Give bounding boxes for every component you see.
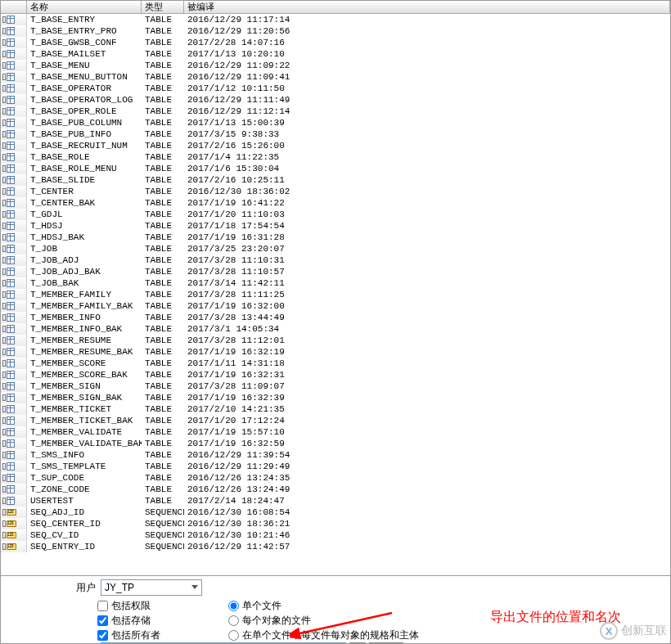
table-row[interactable]: T_MEMBER_VALIDATE_BAKTABLE2017/1/19 16:3…	[1, 438, 670, 449]
table-row[interactable]: T_HDSJ_BAKTABLE2017/1/19 16:31:28	[1, 232, 670, 243]
table-row[interactable]: USERTESTTABLE2017/2/14 18:24:47	[1, 495, 670, 507]
cell-type: TABLE	[142, 439, 184, 448]
cell-name: T_BASE_OPERATOR_LOG	[27, 95, 142, 105]
table-row[interactable]: T_BASE_OPER_ROLETABLE2016/12/29 11:12:14	[1, 106, 670, 117]
table-row[interactable]: T_BASE_OPERATORTABLE2017/1/12 10:11:50	[1, 83, 670, 94]
table-row[interactable]: T_MEMBER_RESUMETABLE2017/3/28 11:12:01	[1, 335, 670, 346]
cell-type: TABLE	[142, 232, 184, 242]
table-row[interactable]: SEQ_CV_IDSEQUENCE2016/12/30 10:21:46	[1, 529, 670, 541]
cell-compiled: 2017/1/11 14:31:18	[184, 358, 670, 368]
cell-name: T_SMS_TEMPLATE	[27, 462, 142, 471]
table-row[interactable]: SEQ_ADJ_IDSEQUENCE2016/12/30 16:08:54	[1, 507, 670, 518]
table-icon	[7, 485, 15, 493]
include-owner-check[interactable]: 包括所有者	[97, 628, 204, 642]
table-row[interactable]: T_BASE_PUB_INFOTABLE2017/3/15 9:38:33	[1, 128, 670, 140]
table-icon	[7, 417, 15, 425]
cell-compiled: 2016/12/29 11:39:54	[184, 450, 670, 460]
table-row[interactable]: T_CENTER_BAKTABLE2017/1/19 16:41:22	[1, 197, 670, 209]
table-row[interactable]: T_MEMBER_FAMILY_BAKTABLE2017/1/19 16:32:…	[1, 300, 670, 312]
cell-compiled: 2017/1/13 15:00:39	[184, 118, 670, 128]
include-storage-check[interactable]: 包括存储	[97, 613, 204, 628]
include-priv-check[interactable]: 包括权限	[97, 598, 204, 613]
cell-name: USERTEST	[27, 496, 142, 506]
header-compiled[interactable]: 被编译	[184, 1, 670, 13]
table-row[interactable]: T_MEMBER_SIGNTABLE2017/3/28 11:09:07	[1, 381, 670, 392]
table-row[interactable]: T_BASE_MAILSETTABLE2017/1/13 10:20:10	[1, 48, 670, 60]
table-row[interactable]: T_ZONE_CODETABLE2016/12/26 13:24:49	[1, 484, 670, 495]
header-type[interactable]: 类型	[142, 1, 184, 13]
table-row[interactable]: T_BASE_OPERATOR_LOGTABLE2016/12/29 11:11…	[1, 94, 670, 106]
table-row[interactable]: T_BASE_SLIDETABLE2017/2/16 10:25:11	[1, 174, 670, 186]
cell-name: T_GDJL	[27, 209, 142, 219]
table-row[interactable]: T_BASE_ROLE_MENUTABLE2017/1/6 15:30:04	[1, 163, 670, 174]
table-row[interactable]: T_MEMBER_FAMILYTABLE2017/3/28 11:11:25	[1, 289, 670, 300]
cell-name: T_JOB	[27, 244, 142, 254]
table-row[interactable]: T_BASE_GWSB_CONFTABLE2017/2/28 14:07:16	[1, 37, 670, 48]
cell-name: T_MEMBER_SIGN_BAK	[27, 393, 142, 403]
table-row[interactable]: T_BASE_MENU_BUTTONTABLE2016/12/29 11:09:…	[1, 71, 670, 83]
cell-name: T_BASE_MAILSET	[27, 49, 142, 59]
cell-name: T_MEMBER_INFO	[27, 313, 142, 322]
table-row[interactable]: T_MEMBER_INFO_BAKTABLE2017/3/1 14:05:34	[1, 323, 670, 335]
table-row[interactable]: T_BASE_RECRUIT_NUMTABLE2017/2/16 15:26:0…	[1, 140, 670, 151]
cell-compiled: 2017/3/28 11:10:57	[184, 267, 670, 277]
cell-compiled: 2016/12/26 13:24:35	[184, 473, 670, 483]
user-select[interactable]	[101, 579, 202, 596]
cell-name: T_MEMBER_FAMILY_BAK	[27, 301, 142, 311]
cell-name: T_CENTER_BAK	[27, 198, 142, 208]
cell-name: T_HDSJ	[27, 221, 142, 231]
table-row[interactable]: T_JOB_ADJ_BAKTABLE2017/3/28 11:10:57	[1, 266, 670, 277]
table-row[interactable]: T_MEMBER_RESUME_BAKTABLE2017/1/19 16:32:…	[1, 346, 670, 358]
cell-name: T_ZONE_CODE	[27, 484, 142, 494]
cell-name: T_BASE_ENTRY_PRO	[27, 26, 142, 36]
table-row[interactable]: T_MEMBER_TICKETTABLE2017/2/10 14:21:35	[1, 403, 670, 415]
cell-type: TABLE	[142, 358, 184, 368]
table-icon	[7, 474, 15, 482]
table-row[interactable]: T_SUP_CODETABLE2016/12/26 13:24:35	[1, 472, 670, 484]
header-name[interactable]: 名称	[27, 1, 142, 13]
cell-type: TABLE	[142, 313, 184, 322]
table-row[interactable]: T_MEMBER_VALIDATETABLE2017/1/19 15:57:10	[1, 426, 670, 438]
table-row[interactable]: T_BASE_PUB_COLUMNTABLE2017/1/13 15:00:39	[1, 117, 670, 128]
table-row[interactable]: T_CENTERTABLE2016/12/30 18:36:02	[1, 186, 670, 197]
table-row[interactable]: T_BASE_MENUTABLE2016/12/29 11:09:22	[1, 60, 670, 71]
table-row[interactable]: T_SMS_TEMPLATETABLE2016/12/29 11:29:49	[1, 461, 670, 472]
cell-type: TABLE	[142, 484, 184, 494]
table-row[interactable]: T_BASE_ENTRYTABLE2016/12/29 11:17:14	[1, 14, 670, 25]
table-row[interactable]: T_JOBTABLE2017/3/25 23:20:07	[1, 243, 670, 254]
table-row[interactable]: T_MEMBER_SCORETABLE2017/1/11 14:31:18	[1, 358, 670, 369]
cell-type: TABLE	[142, 106, 184, 116]
cell-name: T_MEMBER_TICKET	[27, 404, 142, 414]
cell-compiled: 2017/3/14 11:42:11	[184, 278, 670, 288]
table-row[interactable]: T_JOB_ADJTABLE2017/3/28 11:10:31	[1, 254, 670, 266]
table-icon	[7, 107, 15, 115]
table-row[interactable]: T_GDJLTABLE2017/1/20 11:10:03	[1, 209, 670, 220]
table-row[interactable]: SEQ_ENTRY_IDSEQUENCE2016/12/29 11:42:57	[1, 541, 670, 552]
table-icon	[7, 451, 15, 459]
table-row[interactable]: T_HDSJTABLE2017/1/18 17:54:54	[1, 220, 670, 232]
table-icon	[7, 405, 15, 413]
table-icon	[7, 290, 15, 299]
table-row[interactable]: T_MEMBER_INFOTABLE2017/3/28 13:44:49	[1, 312, 670, 323]
cell-name: T_BASE_PUB_INFO	[27, 129, 142, 139]
cell-compiled: 2017/2/14 18:24:47	[184, 496, 670, 506]
cell-type: TABLE	[142, 175, 184, 185]
table-icon	[7, 153, 15, 161]
cell-type: TABLE	[142, 393, 184, 403]
table-row[interactable]: T_JOB_BAKTABLE2017/3/14 11:42:11	[1, 277, 670, 289]
table-row[interactable]: T_MEMBER_SIGN_BAKTABLE2017/1/19 16:32:39	[1, 392, 670, 403]
cell-name: T_BASE_GWSB_CONF	[27, 38, 142, 47]
table-row[interactable]: T_SMS_INFOTABLE2016/12/29 11:39:54	[1, 449, 670, 461]
table-row[interactable]: SEQ_CENTER_IDSEQUENCE2016/12/30 18:36:21	[1, 518, 670, 529]
object-table[interactable]: 名称 类型 被编译 T_BASE_ENTRYTABLE2016/12/29 11…	[1, 1, 670, 575]
cell-name: T_BASE_ROLE_MENU	[27, 164, 142, 173]
table-row[interactable]: T_BASE_ENTRY_PROTABLE2016/12/29 11:20:56	[1, 25, 670, 37]
cell-type: TABLE	[142, 15, 184, 25]
cell-compiled: 2016/12/26 13:24:49	[184, 484, 670, 494]
table-row[interactable]: T_MEMBER_SCORE_BAKTABLE2017/1/19 16:32:3…	[1, 369, 670, 381]
table-row[interactable]: T_BASE_ROLETABLE2017/1/4 11:22:35	[1, 151, 670, 163]
cell-type: TABLE	[142, 267, 184, 277]
cell-compiled: 2017/1/19 16:32:39	[184, 393, 670, 403]
table-row[interactable]: T_MEMBER_TICKET_BAKTABLE2017/1/20 17:12:…	[1, 415, 670, 426]
header-icon	[1, 1, 27, 13]
